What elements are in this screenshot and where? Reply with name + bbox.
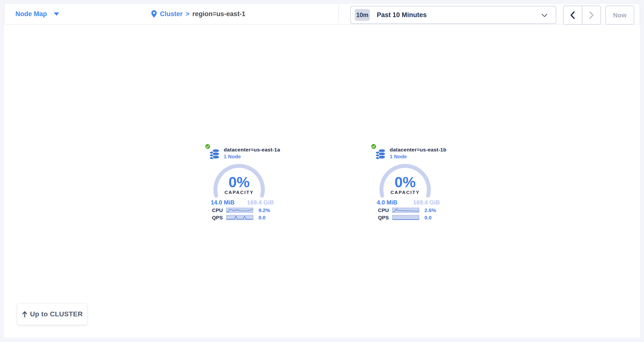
cpu-stat-row: CPU 9.2% xyxy=(205,208,278,213)
breadcrumb-cluster-link[interactable]: Cluster xyxy=(160,10,183,18)
qps-sparkline xyxy=(226,215,253,220)
now-button[interactable]: Now xyxy=(605,5,634,25)
chevron-down-icon xyxy=(542,14,548,17)
locality-node-count: 1 Node xyxy=(390,154,407,160)
database-stack-icon xyxy=(375,148,386,160)
view-selector-label: Node Map xyxy=(16,10,47,18)
time-range-badge: 10m xyxy=(355,9,370,21)
chevron-left-icon xyxy=(570,11,575,19)
caret-down-icon xyxy=(54,12,59,16)
capacity-label: CAPACITY xyxy=(378,190,432,195)
qps-sparkline xyxy=(392,215,419,220)
time-range-label: Past 10 Minutes xyxy=(377,11,427,19)
locality-node-count: 1 Node xyxy=(224,154,241,160)
capacity-total: 169.4 GiB xyxy=(247,199,274,206)
qps-stat-row: QPS 0.0 xyxy=(205,215,278,220)
up-to-cluster-label: Up to CLUSTER xyxy=(30,310,83,318)
locality-name: datacenter=us-east-1b xyxy=(390,147,446,153)
locality-datacenter-us-east-1b[interactable]: datacenter=us-east-1b 1 Node 0% CAPACITY… xyxy=(371,143,444,224)
up-to-cluster-button[interactable]: Up to CLUSTER xyxy=(17,303,87,325)
capacity-percent: 0% xyxy=(378,175,432,190)
qps-value: 0.0 xyxy=(424,215,432,220)
capacity-used: 14.0 MiB xyxy=(211,199,234,206)
cpu-stat-row: CPU 2.6% xyxy=(371,208,444,213)
qps-value: 0.0 xyxy=(258,215,266,220)
time-step-buttons xyxy=(563,5,601,25)
time-next-button[interactable] xyxy=(582,6,601,24)
cpu-label: CPU xyxy=(378,208,389,213)
database-stack-icon xyxy=(209,148,220,160)
breadcrumb: Cluster > region=us-east-1 xyxy=(151,4,246,24)
breadcrumb-current: region=us-east-1 xyxy=(192,10,246,18)
location-pin-icon xyxy=(151,10,157,18)
time-prev-button[interactable] xyxy=(564,6,582,24)
node-map-canvas: datacenter=us-east-1a 1 Node 0% CAPACITY… xyxy=(4,24,640,338)
locality-name: datacenter=us-east-1a xyxy=(224,147,280,153)
qps-label: QPS xyxy=(212,215,223,220)
topbar: Node Map Cluster > region=us-east-1 10m … xyxy=(4,3,640,24)
qps-stat-row: QPS 0.0 xyxy=(371,215,444,220)
capacity-label: CAPACITY xyxy=(212,190,266,195)
cpu-label: CPU xyxy=(212,208,223,213)
capacity-used: 4.0 MiB xyxy=(377,199,397,206)
qps-label: QPS xyxy=(378,215,389,220)
cpu-sparkline xyxy=(392,208,419,213)
view-selector-dropdown[interactable]: Node Map xyxy=(16,4,59,24)
capacity-percent: 0% xyxy=(212,175,266,190)
capacity-total: 169.4 GiB xyxy=(413,199,440,206)
cpu-value: 2.6% xyxy=(424,208,436,213)
locality-datacenter-us-east-1a[interactable]: datacenter=us-east-1a 1 Node 0% CAPACITY… xyxy=(205,143,278,224)
arrow-up-icon xyxy=(22,311,28,318)
cpu-value: 9.2% xyxy=(258,208,270,213)
cpu-sparkline xyxy=(226,208,253,213)
chevron-right-icon xyxy=(589,11,594,19)
time-range-dropdown[interactable]: 10m Past 10 Minutes xyxy=(350,6,556,24)
breadcrumb-separator: > xyxy=(186,10,190,18)
